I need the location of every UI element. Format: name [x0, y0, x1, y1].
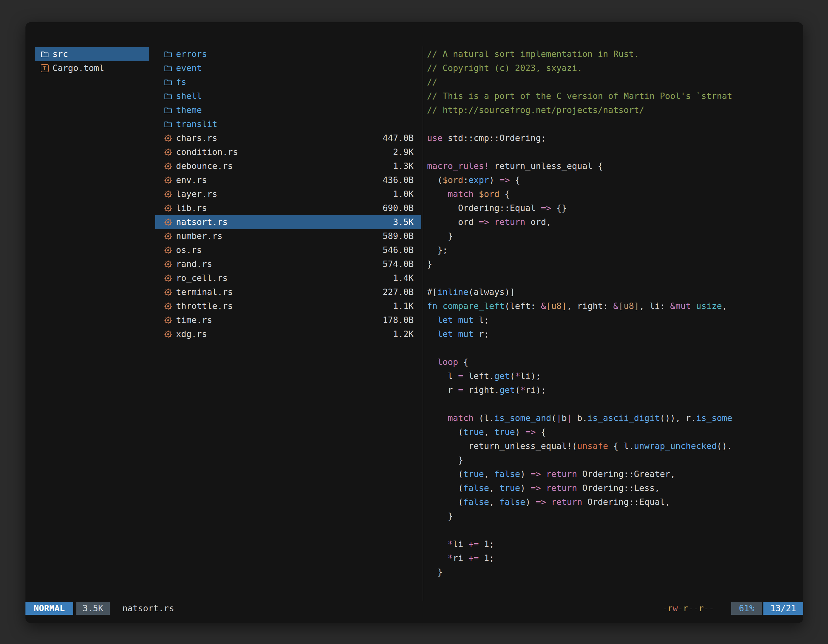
- file-size: 2.9K: [393, 145, 414, 159]
- file-type-icon: T: [163, 78, 172, 86]
- list-item[interactable]: T os.rs 546.0B: [155, 243, 421, 257]
- code-line: // http://sourcefrog.net/projects/natsor…: [427, 103, 797, 117]
- list-item[interactable]: T fs: [155, 75, 421, 89]
- file-type-icon: T: [163, 147, 172, 157]
- file-type-icon: T: [163, 106, 172, 114]
- rust-icon: [164, 176, 172, 185]
- folder-icon: [164, 120, 172, 128]
- code-line: l = left.get(*li);: [427, 369, 797, 383]
- preview-pane[interactable]: // A natural sort implementation in Rust…: [427, 47, 797, 578]
- list-item[interactable]: T number.rs 589.0B: [155, 229, 421, 243]
- list-item[interactable]: T lib.rs 690.0B: [155, 201, 421, 215]
- current-pane[interactable]: T errors T event: [155, 47, 421, 341]
- file-type-icon: T: [40, 64, 49, 72]
- file-name: src: [52, 47, 68, 61]
- rust-icon: [164, 246, 172, 255]
- code-line: (true, true) => {: [427, 425, 797, 439]
- file-name: number.rs: [176, 229, 223, 243]
- file-name: condition.rs: [176, 145, 238, 159]
- list-item[interactable]: T debounce.rs 1.3K: [155, 159, 421, 173]
- file-name: debounce.rs: [176, 159, 233, 173]
- code-line: [427, 341, 797, 355]
- file-type-icon: T: [40, 50, 49, 58]
- list-item[interactable]: T throttle.rs 1.1K: [155, 299, 421, 313]
- code-line: [427, 117, 797, 131]
- code-line: }: [427, 229, 797, 243]
- list-item[interactable]: T time.rs 178.0B: [155, 313, 421, 327]
- code-line: Ordering::Equal => {}: [427, 201, 797, 215]
- file-size: 589.0B: [383, 229, 414, 243]
- code-line: //: [427, 75, 797, 89]
- rust-icon: [164, 330, 172, 338]
- file-name: shell: [176, 89, 202, 103]
- folder-icon: [164, 50, 172, 58]
- code-line: match (l.is_some_and(|b| b.is_ascii_digi…: [427, 411, 797, 425]
- file-size: 546.0B: [383, 243, 414, 257]
- file-name: translit: [176, 117, 217, 131]
- list-item[interactable]: T rand.rs 574.0B: [155, 257, 421, 271]
- code-line: *ri += 1;: [427, 551, 797, 565]
- list-item[interactable]: T condition.rs 2.9K: [155, 145, 421, 159]
- file-permissions: -rw-r--r--: [662, 602, 714, 615]
- file-type-icon: T: [163, 274, 172, 282]
- status-filename: natsort.rs: [122, 602, 174, 615]
- file-name: throttle.rs: [176, 299, 233, 313]
- list-item[interactable]: T ro_cell.rs 1.4K: [155, 271, 421, 285]
- code-line: [427, 271, 797, 285]
- code-line: [427, 523, 797, 537]
- code-line: };: [427, 243, 797, 257]
- toml-icon: T: [41, 64, 49, 72]
- code-line: (false, false) => return Ordering::Equal…: [427, 495, 797, 509]
- status-right-group: -rw-r--r-- 61% 13/21: [662, 602, 803, 615]
- file-name: ro_cell.rs: [176, 271, 228, 285]
- list-item[interactable]: T xdg.rs 1.2K: [155, 327, 421, 341]
- file-name: os.rs: [176, 243, 202, 257]
- list-item[interactable]: T natsort.rs 3.5K: [155, 215, 421, 229]
- file-name: fs: [176, 75, 187, 89]
- rust-icon: [164, 274, 172, 282]
- folder-icon: [164, 64, 172, 72]
- file-type-icon: T: [163, 330, 172, 338]
- list-item[interactable]: T Cargo.toml: [35, 61, 149, 75]
- list-item[interactable]: T translit: [155, 117, 421, 131]
- rust-icon: [164, 232, 172, 241]
- rust-icon: [164, 302, 172, 310]
- mode-badge: NORMAL: [25, 602, 73, 615]
- list-item[interactable]: T theme: [155, 103, 421, 117]
- file-type-icon: T: [163, 92, 172, 100]
- file-type-icon: T: [163, 175, 172, 185]
- list-item[interactable]: T terminal.rs 227.0B: [155, 285, 421, 299]
- rust-icon: [164, 162, 172, 171]
- rust-icon: [164, 134, 172, 143]
- code-line: macro_rules! return_unless_equal {: [427, 159, 797, 173]
- list-item[interactable]: T env.rs 436.0B: [155, 173, 421, 187]
- code-line: loop {: [427, 355, 797, 369]
- list-item[interactable]: T src: [35, 47, 149, 61]
- file-type-icon: T: [163, 50, 172, 58]
- code-line: (true, false) => return Ordering::Greate…: [427, 467, 797, 481]
- list-item[interactable]: T errors: [155, 47, 421, 61]
- rust-icon: [164, 316, 172, 324]
- file-manager-window: T src T Cargo.toml: [25, 22, 803, 623]
- code-line: // A natural sort implementation in Rust…: [427, 47, 797, 61]
- list-item[interactable]: T event: [155, 61, 421, 75]
- file-size: 447.0B: [383, 131, 414, 145]
- file-type-icon: T: [163, 64, 172, 72]
- file-size: 1.4K: [393, 271, 414, 285]
- file-name: xdg.rs: [176, 327, 207, 341]
- file-size: 574.0B: [383, 257, 414, 271]
- list-item[interactable]: T chars.rs 447.0B: [155, 131, 421, 145]
- code-line: let mut r;: [427, 327, 797, 341]
- scroll-percent-badge: 61%: [731, 602, 762, 615]
- folder-icon: [164, 92, 172, 100]
- rust-icon: [164, 190, 172, 199]
- list-item[interactable]: T shell: [155, 89, 421, 103]
- cursor-position-badge: 13/21: [764, 602, 803, 615]
- pane-separator: [423, 47, 423, 601]
- list-item[interactable]: T layer.rs 1.0K: [155, 187, 421, 201]
- file-type-icon: T: [163, 316, 172, 324]
- file-name: layer.rs: [176, 187, 217, 201]
- parent-pane[interactable]: T src T Cargo.toml: [35, 47, 149, 75]
- code-line: use std::cmp::Ordering;: [427, 131, 797, 145]
- file-type-icon: T: [163, 204, 172, 213]
